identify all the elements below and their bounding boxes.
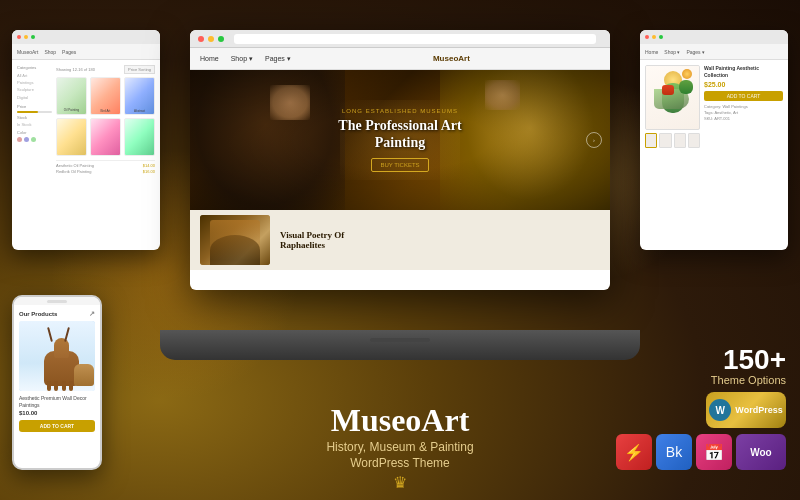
product-max-dot <box>659 35 663 39</box>
shop-item-5[interactable] <box>90 118 121 156</box>
leg-4 <box>69 381 73 391</box>
shop-main: Showing 12-16 of 180 Price Sorting Oil P… <box>56 65 155 174</box>
antler-left <box>47 327 53 342</box>
bottom-subtitle2: WordPress Theme <box>326 456 473 470</box>
section2-title: Visual Poetry OfRaphaelites <box>280 230 344 250</box>
bottom-main-title: MuseoArt <box>326 404 473 436</box>
bird2-head <box>682 69 692 79</box>
product-nav-pages[interactable]: Pages ▾ <box>686 49 705 55</box>
close-dot <box>17 35 21 39</box>
shop-browser-card: MuseoArt Shop Pages Categories All ArtPa… <box>12 30 160 250</box>
product-price: $25.00 <box>704 81 783 88</box>
laptop-base <box>160 330 640 360</box>
deer2-body <box>74 364 94 386</box>
shop-toolbar: Showing 12-16 of 180 Price Sorting <box>56 65 155 74</box>
color-swatch-green <box>31 137 36 142</box>
badge-wordpress[interactable]: W WordPress <box>706 392 786 428</box>
product-info: Wall Painting Aesthetic Collection $25.0… <box>704 65 783 148</box>
nav-link-home[interactable]: Home <box>200 55 219 62</box>
shop-price-1: $14.00 <box>143 163 155 168</box>
hero-next-btn[interactable]: › <box>586 132 602 148</box>
laptop-container: Home Shop ▾ Pages ▾ MuseoArt <box>160 30 640 350</box>
leg-1 <box>47 381 51 391</box>
maximize-dot <box>31 35 35 39</box>
leg-2 <box>54 381 58 391</box>
mobile-content: Our Products ↗ Aesthe <box>14 305 100 437</box>
deer-neck <box>54 338 69 358</box>
main-browser-window: Home Shop ▾ Pages ▾ MuseoArt <box>190 30 610 290</box>
shop-categories-label: Categories <box>17 65 52 70</box>
shop-nav: MuseoArt Shop Pages <box>12 44 160 60</box>
browser-url-bar <box>234 34 596 44</box>
bottom-text-area: MuseoArt History, Museum & Painting Word… <box>326 404 473 470</box>
thumb-2[interactable] <box>659 133 671 148</box>
thumb-3[interactable] <box>674 133 686 148</box>
nav-link-pages[interactable]: Pages ▾ <box>265 55 291 63</box>
product-nav-shop[interactable]: Shop ▾ <box>664 49 680 55</box>
shop-color-swatches <box>17 137 52 142</box>
shop-item-3[interactable]: Abstract <box>124 77 155 115</box>
browser-nav: Home Shop ▾ Pages ▾ MuseoArt <box>190 48 610 70</box>
hero-text-overlay: LONG ESTABLISHED MUSEUMS The Professiona… <box>328 98 471 182</box>
bird2-body <box>679 80 693 94</box>
shop-stock-option: In Stock <box>17 122 52 127</box>
product-thumbnails <box>645 133 700 148</box>
shop-categories-list: All ArtPaintingsSculptureDigital <box>17 72 52 101</box>
badges-area: 150+ Theme Options W WordPress ⚡ Bk 📅 Wo… <box>616 346 786 470</box>
shop-price-2: $16.00 <box>143 169 155 174</box>
calendar-icon: 📅 <box>704 443 724 462</box>
product-nav: Home Shop ▾ Pages ▾ <box>640 44 788 60</box>
shop-nav-brand: MuseoArt <box>17 49 38 55</box>
browser-close-dot <box>198 36 204 42</box>
badge-elementor[interactable]: ⚡ <box>616 434 652 470</box>
product-sku: SKU: ART-001 <box>704 116 783 122</box>
nav-link-shop[interactable]: Shop ▾ <box>231 55 253 63</box>
product-close-dot <box>645 35 649 39</box>
product-main-image <box>645 65 700 130</box>
shop-item-1[interactable]: Oil Painting <box>56 77 87 115</box>
browser-minimize-dot <box>208 36 214 42</box>
shop-item-4[interactable] <box>56 118 87 156</box>
thumb-1[interactable] <box>645 133 657 148</box>
badge-count-number: 150+ <box>711 346 786 374</box>
shop-item-names: Aesthetic Oil Painting $14.00 Redbrik Oi… <box>56 160 155 174</box>
badge-count-text: Theme Options <box>711 374 786 386</box>
mobile-add-cart-btn[interactable]: ADD TO CART <box>19 420 95 432</box>
shop-item-6[interactable] <box>124 118 155 156</box>
mobile-top-bar <box>14 297 100 305</box>
mobile-card: Our Products ↗ Aesthe <box>12 295 102 470</box>
section2-text: Visual Poetry OfRaphaelites <box>280 230 344 250</box>
shop-count: Showing 12-16 of 180 <box>56 67 95 72</box>
browser-bar <box>190 30 610 48</box>
badge-woocommerce[interactable]: Woo <box>736 434 786 470</box>
browser-maximize-dot <box>218 36 224 42</box>
mobile-title-text: Our Products <box>19 311 57 317</box>
shop-name-1: Aesthetic Oil Painting <box>56 163 94 168</box>
mobile-section-title: Our Products ↗ <box>19 310 95 318</box>
shop-row-1: Aesthetic Oil Painting $14.00 <box>56 163 155 168</box>
product-title: Wall Painting Aesthetic Collection <box>704 65 783 78</box>
wordpress-icon: W <box>709 399 731 421</box>
shop-sidebar: Categories All ArtPaintingsSculptureDigi… <box>17 65 52 174</box>
elementor-icon: ⚡ <box>624 443 644 462</box>
shop-item-2[interactable]: Bird Art <box>90 77 121 115</box>
mobile-external-link-icon[interactable]: ↗ <box>89 310 95 318</box>
product-min-dot <box>652 35 656 39</box>
mobile-product-price: $10.00 <box>19 410 95 416</box>
color-swatch-blue <box>24 137 29 142</box>
badge-count: 150+ Theme Options <box>711 346 786 386</box>
deer-figure <box>29 326 94 386</box>
product-add-cart-btn[interactable]: ADD TO CART <box>704 91 783 101</box>
crown-logo: ♛ <box>393 473 407 492</box>
badge-calendar[interactable]: 📅 <box>696 434 732 470</box>
product-nav-home[interactable]: Home <box>645 49 658 55</box>
section2-image <box>200 215 270 265</box>
price-range-fill <box>17 111 38 113</box>
leg-3 <box>62 381 66 391</box>
badge-bookly[interactable]: Bk <box>656 434 692 470</box>
color-swatch-red <box>17 137 22 142</box>
thumb-4[interactable] <box>688 133 700 148</box>
shop-content: Categories All ArtPaintingsSculptureDigi… <box>12 60 160 182</box>
btn-tickets[interactable]: BUY TICKETS <box>371 158 428 172</box>
shop-sidebar-area: Categories All ArtPaintingsSculptureDigi… <box>17 65 155 174</box>
